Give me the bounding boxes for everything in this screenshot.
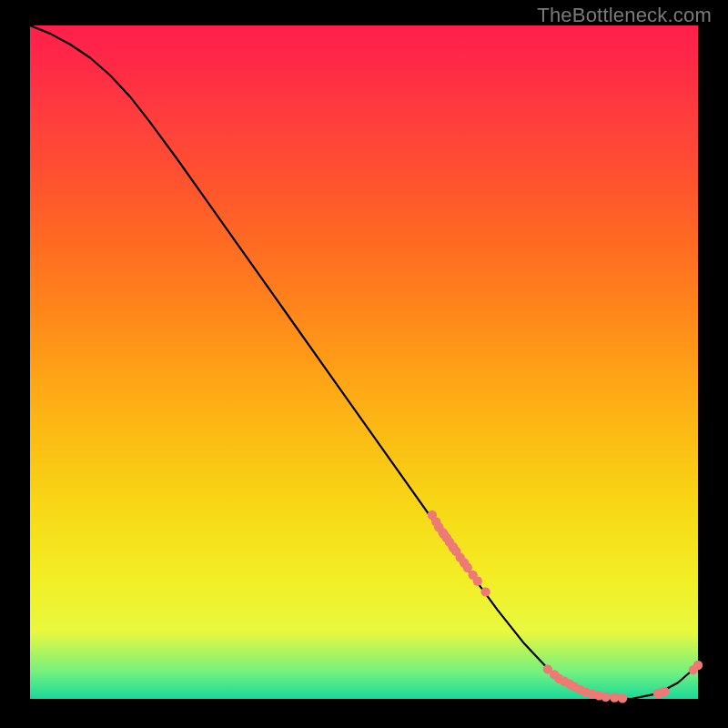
- data-point: [473, 576, 482, 585]
- watermark-text: TheBottleneck.com: [537, 4, 712, 27]
- data-point: [693, 661, 703, 670]
- data-point: [618, 693, 627, 703]
- bottleneck-curve: [30, 25, 698, 699]
- chart-frame: TheBottleneck.com: [0, 0, 728, 728]
- data-point: [480, 587, 490, 596]
- plot-area: [30, 25, 698, 699]
- data-point: [610, 693, 619, 702]
- data-point: [602, 693, 611, 702]
- data-point: [660, 687, 669, 696]
- chart-svg: [30, 25, 698, 699]
